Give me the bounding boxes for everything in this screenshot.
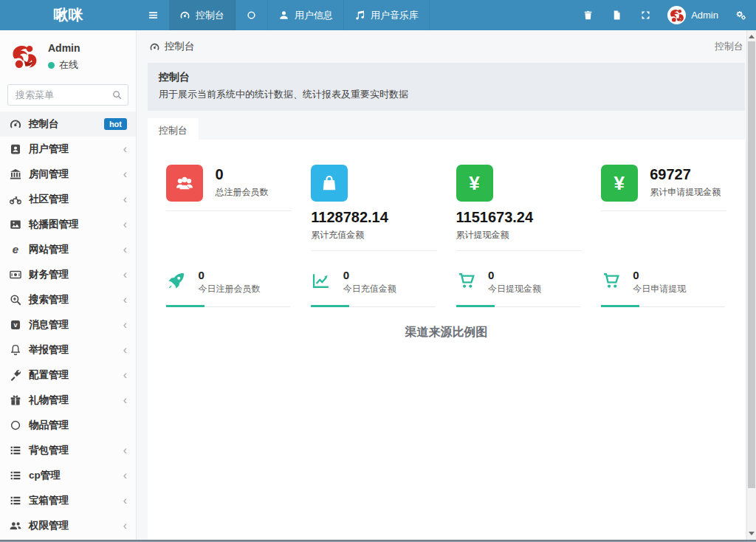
stat-value: 69727 xyxy=(650,166,721,183)
online-status-label: 在线 xyxy=(59,58,78,72)
brand-logo[interactable]: 啾咪 xyxy=(0,0,137,30)
sidebar-menu: 控制台 hot 用户管理 房间管理 社区管理 轮播图管理 网站管理 xyxy=(0,112,136,542)
list-icon xyxy=(9,444,22,457)
user-icon xyxy=(278,10,289,21)
scroll-up-arrow[interactable] xyxy=(747,32,756,41)
chevron-left-icon xyxy=(123,520,127,532)
list-icon xyxy=(9,469,22,482)
breadcrumb-left-label: 控制台 xyxy=(165,40,195,53)
stat-label: 今日注册会员数 xyxy=(198,283,260,295)
breadcrumb: 控制台 控制台 xyxy=(137,30,756,60)
stat-value: 0 xyxy=(633,269,686,281)
navtab-user-music[interactable]: 用户音乐库 xyxy=(344,0,430,30)
gears-icon[interactable] xyxy=(726,0,756,30)
navtab-user-info[interactable]: 用户信息 xyxy=(268,0,344,30)
internet-explorer-icon xyxy=(9,243,22,256)
scrollbar-thumb[interactable] xyxy=(748,41,755,488)
chevron-left-icon xyxy=(123,344,127,356)
navtab-dashboard[interactable]: 控制台 xyxy=(169,0,236,30)
vertical-scrollbar[interactable] xyxy=(746,30,756,540)
stat-label: 今日充值金额 xyxy=(343,283,396,295)
sidebar-item-config-mgmt[interactable]: 配置管理 xyxy=(0,363,136,388)
online-status-dot xyxy=(48,62,55,69)
tools-icon xyxy=(9,368,22,382)
sidebar-item-community-mgmt[interactable]: 社区管理 xyxy=(0,187,136,212)
sidebar-item-dashboard[interactable]: 控制台 hot xyxy=(0,112,136,137)
line-chart-icon xyxy=(311,270,333,291)
fullscreen-icon[interactable] xyxy=(631,0,660,30)
search-icon xyxy=(111,89,123,100)
scroll-down-arrow[interactable] xyxy=(747,529,756,538)
sidebar-item-item-mgmt[interactable]: 物品管理 xyxy=(0,413,136,438)
sidebar-item-user-mgmt[interactable]: 用户管理 xyxy=(0,137,136,162)
chevron-left-icon xyxy=(123,294,127,306)
chevron-left-icon xyxy=(123,143,127,155)
hot-badge: hot xyxy=(104,118,127,130)
list-icon xyxy=(9,494,22,507)
sidebar-item-message-mgmt[interactable]: 消息管理 xyxy=(0,312,136,337)
sidebar-item-treasure-mgmt[interactable]: 宝箱管理 xyxy=(0,488,136,513)
id-card-icon xyxy=(9,143,22,156)
menu-search-input[interactable] xyxy=(7,84,128,106)
yen-icon: ¥ xyxy=(601,165,638,202)
stat-value: 1151673.24 xyxy=(456,209,582,226)
sidebar-item-gift-mgmt[interactable]: 礼物管理 xyxy=(0,388,136,413)
stat-today-withdraw: 0 今日提现金额 xyxy=(447,269,591,307)
stat-label: 累计充值金额 xyxy=(311,229,436,241)
sidebar-item-permission-mgmt[interactable]: 权限管理 xyxy=(0,513,136,538)
stat-total-withdraw: ¥ 1151673.24 累计提现金额 xyxy=(447,165,591,251)
chevron-left-icon xyxy=(123,445,127,456)
chevron-left-icon xyxy=(123,319,127,331)
big-stats-row: 0 总注册会员数 1128782.14 累计充值金额 ¥ 1151673.24 … xyxy=(148,165,745,251)
chevron-left-icon xyxy=(123,193,127,205)
navtab-label: 用户音乐库 xyxy=(371,9,419,22)
trash-icon[interactable] xyxy=(574,0,602,30)
navtab-circle[interactable] xyxy=(236,0,268,30)
search-plus-icon xyxy=(9,293,22,306)
dashboard-panel: 0 总注册会员数 1128782.14 累计充值金额 ¥ 1151673.24 … xyxy=(148,140,745,540)
chevron-left-icon xyxy=(123,269,127,281)
sidebar-item-report-mgmt[interactable]: 举报管理 xyxy=(0,337,136,363)
chevron-left-icon xyxy=(123,394,127,406)
stat-today-recharge: 0 今日充值金额 xyxy=(301,269,446,307)
sidebar-toggle-button[interactable] xyxy=(137,0,169,30)
stat-value: 0 xyxy=(215,166,268,183)
sidebar-item-backpack-mgmt[interactable]: 背包管理 xyxy=(0,438,136,463)
yen-icon: ¥ xyxy=(456,165,493,202)
callout-description: 用于展示当前系统中的统计数据、统计报表及重要实时数据 xyxy=(159,88,734,101)
chevron-left-icon xyxy=(123,219,127,230)
bell-icon xyxy=(9,343,22,357)
main-content: 控制台 控制台 控制台 用于展示当前系统中的统计数据、统计报表及重要实时数据 控… xyxy=(137,30,756,540)
chart-title: 渠道来源比例图 xyxy=(148,325,745,340)
callout-title: 控制台 xyxy=(159,71,734,84)
sidebar-item-website-mgmt[interactable]: 网站管理 xyxy=(0,237,136,262)
stat-value: 0 xyxy=(198,269,260,281)
chevron-left-icon xyxy=(123,470,127,481)
rocket-icon xyxy=(166,270,188,291)
sidebar-item-cp-mgmt[interactable]: cp管理 xyxy=(0,463,136,488)
chevron-left-icon xyxy=(123,369,127,381)
chevron-left-icon xyxy=(123,244,127,255)
motorcycle-icon xyxy=(9,193,22,206)
stat-label: 今日申请提现 xyxy=(633,283,686,295)
circle-outline-icon xyxy=(9,419,22,432)
sidebar-item-room-mgmt[interactable]: 房间管理 xyxy=(0,162,136,187)
breadcrumb-right-label[interactable]: 控制台 xyxy=(715,40,743,53)
circle-icon xyxy=(246,10,257,21)
hamburger-icon xyxy=(147,9,159,21)
stat-total-withdraw-requests: ¥ 69727 累计申请提现金额 xyxy=(591,165,736,251)
gift-icon xyxy=(9,394,22,407)
user-menu[interactable]: Admin xyxy=(660,6,726,24)
sidebar-item-search-mgmt[interactable]: 搜索管理 xyxy=(0,287,136,312)
sidebar-user-name: Admin xyxy=(48,42,80,54)
chevron-left-icon xyxy=(123,495,127,507)
users-icon xyxy=(9,519,22,532)
stat-today-withdraw-requests: 0 今日申请提现 xyxy=(591,269,736,307)
sidebar-item-finance-mgmt[interactable]: 财务管理 xyxy=(0,262,136,287)
sidebar-item-carousel-mgmt[interactable]: 轮播图管理 xyxy=(0,212,136,237)
cart-icon xyxy=(601,270,623,291)
page-callout: 控制台 用于展示当前系统中的统计数据、统计报表及重要实时数据 xyxy=(148,63,745,111)
tachometer-icon xyxy=(149,41,160,52)
content-tabs: 控制台 xyxy=(148,118,745,140)
document-icon[interactable] xyxy=(602,0,631,30)
